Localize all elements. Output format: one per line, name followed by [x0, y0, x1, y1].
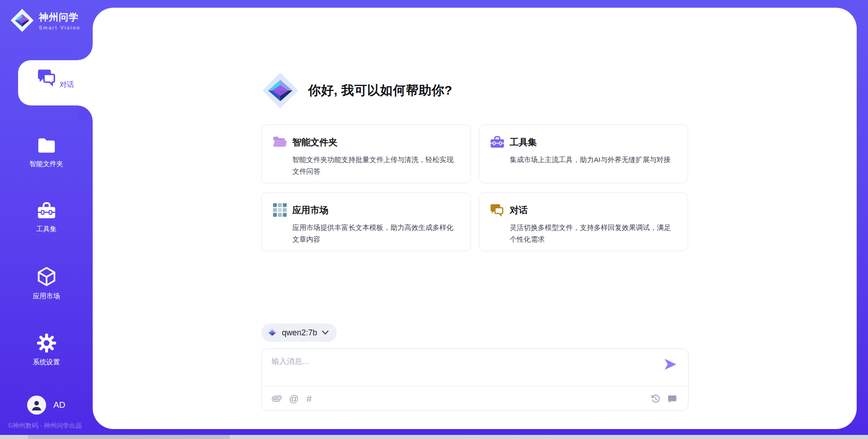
chat-icon: [37, 68, 57, 87]
mention-icon[interactable]: @: [289, 394, 299, 403]
greeting-title: 你好, 我可以如何帮助你?: [308, 82, 453, 99]
sidebar-item-label: 应用市场: [0, 292, 93, 301]
card-title: 工具集: [510, 136, 537, 148]
card-toolbox[interactable]: 工具集 集成市场上主流工具，助力AI与外界无缝扩展与对接: [479, 124, 688, 183]
card-title: 智能文件夹: [292, 136, 338, 148]
chevron-down-icon: [322, 330, 329, 335]
composer-toolbar: @ #: [262, 387, 688, 410]
sidebar-item-smart-folder[interactable]: 智能文件夹: [0, 137, 93, 168]
gear-icon: [37, 333, 57, 353]
card-description: 灵活切换多模型文件，支持多样回复效果调试，满足个性化需求: [510, 222, 678, 245]
cube-icon: [37, 266, 57, 287]
model-name: qwen2:7b: [282, 328, 317, 338]
card-description: 智能文件夹功能支持批量文件上传与清洗，轻松实现文件问答: [292, 154, 460, 177]
card-app-market[interactable]: 应用市场 应用市场提供丰富长文本模板，助力高效生成多样化文章内容: [261, 192, 471, 251]
sidebar-item-toolbox[interactable]: 工具集: [0, 201, 93, 234]
card-description: 集成市场上主流工具，助力AI与外界无缝扩展与对接: [510, 154, 678, 166]
card-description: 应用市场提供丰富长文本模板，助力高效生成多样化文章内容: [292, 222, 460, 245]
sidebar: 神州问学 Smart Vision 对话 智能文件夹 工具集: [0, 0, 93, 439]
user-profile[interactable]: AD: [27, 396, 65, 415]
avatar: [27, 396, 46, 415]
copyright-text: ©神州数码 · 神州问学出品: [8, 422, 82, 430]
app-name: 神州问学: [39, 11, 80, 24]
sidebar-item-label: 智能文件夹: [0, 160, 93, 168]
message-composer: @ #: [261, 348, 689, 411]
sidebar-item-settings[interactable]: 系统设置: [0, 333, 93, 367]
card-title: 对话: [510, 204, 528, 216]
app-logo: 神州问学 Smart Vision: [10, 8, 80, 33]
card-chat[interactable]: 对话 灵活切换多模型文件，支持多样回复效果调试，满足个性化需求: [479, 192, 688, 251]
user-name: AD: [53, 400, 65, 410]
card-smart-folder[interactable]: 智能文件夹 智能文件夹功能支持批量文件上传与清洗，轻松实现文件问答: [261, 124, 471, 183]
chat-icon: [490, 202, 505, 218]
toolbox-icon: [36, 201, 57, 220]
sidebar-item-label: 系统设置: [0, 358, 93, 367]
folder-open-icon: [272, 134, 288, 150]
content: 你好, 我可以如何帮助你? 智能文件夹 智能文件夹功能支持批量文件上传与清洗，轻…: [93, 8, 857, 429]
sidebar-item-label: 对话: [60, 81, 74, 88]
sidebar-item-app-market[interactable]: 应用市场: [0, 266, 93, 301]
card-title: 应用市场: [292, 204, 329, 216]
horizontal-scrollbar-track[interactable]: [0, 435, 868, 439]
folder-icon: [36, 137, 57, 155]
horizontal-scrollbar-thumb[interactable]: [28, 435, 230, 439]
sidebar-item-chat[interactable]: 对话: [18, 60, 93, 105]
model-diamond-icon: [267, 327, 278, 338]
hashtag-icon[interactable]: #: [307, 394, 312, 403]
greeting-diamond-icon: [261, 72, 299, 110]
toolbox-icon: [490, 134, 505, 150]
send-icon[interactable]: [664, 358, 677, 371]
attachment-icon[interactable]: [272, 393, 282, 404]
app-subtitle: Smart Vision: [39, 25, 80, 30]
greeting: 你好, 我可以如何帮助你?: [261, 72, 453, 110]
sidebar-item-label: 工具集: [0, 225, 93, 234]
feature-cards: 智能文件夹 智能文件夹功能支持批量文件上传与清洗，轻松实现文件问答 工具集 集成…: [261, 124, 689, 251]
model-selector[interactable]: qwen2:7b: [261, 324, 337, 342]
person-icon: [31, 399, 42, 411]
feedback-chat-icon[interactable]: [667, 394, 677, 404]
history-icon[interactable]: [651, 394, 660, 404]
grid-icon: [272, 202, 288, 218]
message-input[interactable]: [272, 356, 651, 382]
brand-diamond-icon: [10, 8, 34, 33]
